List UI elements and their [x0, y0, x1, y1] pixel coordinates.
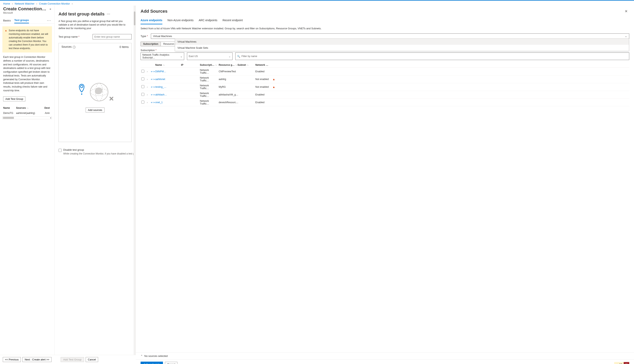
add-endpoints-button[interactable]: Add endpoints — [141, 362, 163, 364]
table-row[interactable]: ›<·>DtlNPM…Network Traffic…CMPreviewTest… — [141, 68, 629, 76]
pill-subscription[interactable]: Subscription — [141, 42, 161, 46]
grid-header: Name↑↓ IP Subscripti…↑↓ Resource g…↑↓ Su… — [141, 62, 629, 68]
tab-recent-endpoint[interactable]: Recent endpoint — [222, 18, 243, 24]
cancel-button[interactable]: Cancel — [165, 362, 177, 364]
col-network-ext[interactable]: Network … — [255, 64, 269, 66]
cell-resource-group: CMPreviewTest — [219, 70, 237, 73]
left-pane: Create Connection… « Microsoft Basics Te… — [0, 6, 55, 364]
sources-box: Sourcesi 0 Items Add sources — [59, 43, 132, 142]
type-option-vm[interactable]: Virtual Machines — [175, 38, 629, 45]
table-row[interactable]: ›<·>vnet_1Network Traffic…deveshResourc…… — [141, 98, 629, 106]
row-checkbox[interactable] — [141, 85, 144, 88]
cell-name: DemoTG — [3, 112, 14, 114]
previous-button[interactable]: << Previous — [3, 357, 21, 362]
col-name[interactable]: Name — [3, 106, 14, 109]
scroll-thumb[interactable] — [3, 117, 14, 119]
col-name[interactable]: Name↑↓ — [155, 64, 181, 66]
col-subscription[interactable]: Subscripti…↑↓ — [200, 64, 219, 66]
more-icon[interactable]: ··· — [47, 18, 51, 22]
disable-label: Disable test group — [63, 148, 84, 151]
cell-resource-group: MyRG — [219, 86, 237, 88]
expand-icon[interactable]: › — [147, 94, 148, 96]
info-icon[interactable]: i — [73, 46, 76, 48]
region-value: East US — [189, 55, 198, 58]
row-name-link[interactable]: aahilvnet — [155, 78, 165, 80]
group-name-input[interactable] — [93, 34, 132, 40]
expand-icon[interactable]: › — [147, 101, 148, 104]
type-value: Virtual Machines — [153, 35, 172, 38]
next-button[interactable]: Next : Create alert >> — [23, 357, 51, 362]
disable-test-group-checkbox[interactable] — [59, 149, 62, 152]
sources-label: Sourcesi — [62, 45, 76, 48]
cell-subscription: Network Traffic… — [200, 84, 219, 90]
type-option-vmss[interactable]: Virtual Machine Scale Sets — [175, 45, 629, 51]
warning-icon: ▲ — [272, 85, 275, 88]
warning-text: Some endpoints do not have monitoring ex… — [9, 29, 50, 50]
tab-basics[interactable]: Basics — [3, 18, 11, 23]
row-checkbox[interactable] — [141, 93, 144, 96]
cancel-button-footer[interactable]: Cancel — [86, 357, 98, 362]
mid-description: A Test group lets you define a logical g… — [55, 18, 136, 33]
cell-network-ext: Not enabled — [255, 86, 269, 88]
horizontal-scrollbar[interactable]: ◂ ▸ — [3, 116, 52, 119]
col-subnet[interactable]: Subnet↑↓ — [237, 64, 255, 66]
expand-icon[interactable]: › — [147, 70, 148, 73]
cell-resource-group: aahilrg — [219, 78, 237, 80]
col-resource-group[interactable]: Resource g…↑↓ — [219, 64, 237, 66]
status-warning[interactable]: ▲10 — [614, 362, 624, 364]
cell-network-ext: Enabled — [255, 93, 269, 96]
row-checkbox[interactable] — [141, 100, 144, 104]
close-icon[interactable]: ✕ — [623, 8, 629, 14]
add-test-group-button[interactable]: Add Test Group — [3, 96, 25, 102]
col-dest[interactable]: Dest — [42, 106, 50, 109]
table-row[interactable]: ›<·>abhilash…Network Traffic…abhilashaVM… — [141, 91, 629, 98]
group-name-label: Test group name * — [59, 35, 90, 38]
cell-network-ext: Not enabled — [255, 78, 269, 80]
subscription-value: Network Traffic Analytics Subscript… — [142, 54, 180, 59]
row-checkbox[interactable] — [141, 70, 144, 73]
subscription-select[interactable]: Network Traffic Analytics Subscript… ⌄ — [141, 52, 184, 60]
row-checkbox[interactable] — [141, 78, 144, 80]
cell-network-ext: Enabled — [255, 70, 269, 73]
vnet-icon: <·> — [151, 94, 155, 96]
expand-icon[interactable]: › — [147, 86, 148, 88]
scroll-right-icon[interactable]: ▸ — [50, 117, 52, 119]
breadcrumb-home[interactable]: Home — [3, 2, 10, 5]
col-sources[interactable]: Sources ↑↓ — [16, 106, 40, 109]
tab-test-groups[interactable]: Test groups — [14, 18, 29, 23]
vertical-scrollbar[interactable] — [134, 6, 136, 364]
vnet-icon: <·> — [151, 86, 155, 88]
breadcrumb-create[interactable]: Create Connection Monitor — [39, 2, 70, 5]
more-icon[interactable]: ··· — [107, 12, 110, 16]
row-name-link[interactable]: DtlNPM… — [155, 70, 166, 73]
tab-azure-endpoints[interactable]: Azure endpoints — [141, 18, 162, 24]
tab-arc-endpoints[interactable]: ARC endpoints — [199, 18, 217, 24]
table-row[interactable]: ›<·>testing_…Network Traffic…MyRGNot ena… — [141, 83, 629, 91]
filter-input[interactable]: 🔍 Filter by name — [235, 52, 629, 60]
warning-banner: ▲ Some endpoints do not have monitoring … — [3, 26, 52, 52]
tab-non-azure-endpoints[interactable]: Non-Azure endpoints — [168, 18, 194, 24]
chevron-up-icon: ⌃ — [141, 354, 143, 358]
selected-bar[interactable]: ⌃ No sources selected — [136, 352, 634, 360]
type-dropdown[interactable]: Virtual Machines ⌄ Virtual Machines Virt… — [151, 34, 629, 39]
collapse-icon[interactable]: « — [50, 7, 51, 10]
region-select[interactable]: East US ⌄ — [187, 52, 232, 60]
add-sources-button[interactable]: Add sources — [86, 108, 104, 112]
cell-subscription: Network Traffic… — [200, 92, 219, 98]
cell-sources: aahilvnet(aahilrg) — [16, 112, 40, 114]
add-test-group-button-footer: Add Test Group — [61, 357, 84, 362]
warning-icon: ▲ — [5, 29, 7, 50]
table-row[interactable]: DemoTG aahilvnet(aahilrg) Anin — [3, 110, 52, 116]
cell-network-ext: Enabled — [255, 101, 269, 104]
mid-title: Add test group details — [59, 12, 105, 17]
table-row[interactable]: ›<·>aahilvnetNetwork Traffic…aahilrgNot … — [141, 76, 629, 83]
svg-point-3 — [81, 85, 83, 88]
row-name-link[interactable]: vnet_1 — [155, 101, 163, 104]
breadcrumb-watcher[interactable]: Network Watcher — [15, 2, 34, 5]
expand-icon[interactable]: › — [147, 78, 148, 80]
row-name-link[interactable]: testing_… — [155, 86, 166, 88]
chevron-down-icon: ⌄ — [625, 35, 627, 38]
status-error[interactable]: ✕ — [624, 362, 629, 364]
col-ip[interactable]: IP — [181, 64, 200, 66]
row-name-link[interactable]: abhilash… — [155, 93, 167, 96]
